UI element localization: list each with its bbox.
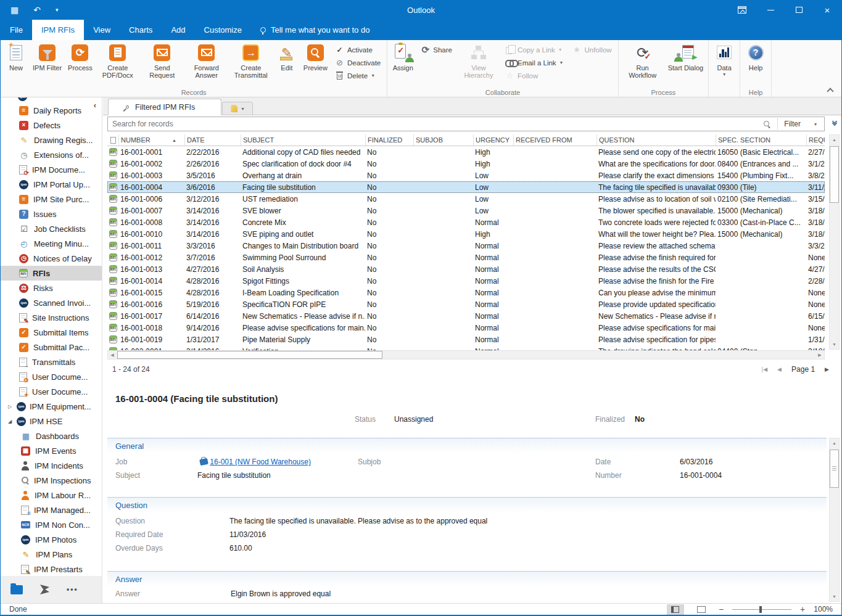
- scroll-right-icon[interactable]: ▶: [815, 351, 824, 359]
- table-row[interactable]: RFI16-001-00165/19/2016SpecificaTION FOR…: [107, 298, 825, 310]
- column-header-spec-section[interactable]: SPEC. SECTION: [716, 134, 806, 146]
- column-header-urgency[interactable]: URGENCY: [473, 134, 513, 146]
- table-row[interactable]: RFI16-001-00033/5/2016Overhang at drainN…: [107, 170, 825, 181]
- ribbon-tab-charts[interactable]: Charts: [120, 20, 162, 40]
- ribbon-tab-add[interactable]: Add: [162, 20, 194, 40]
- new-button[interactable]: ✦New: [2, 41, 30, 85]
- search-icon[interactable]: [763, 120, 771, 128]
- sidebar-item-ipm-incidents[interactable]: IPM Incidents: [1, 458, 102, 473]
- help-button[interactable]: ?Help: [742, 41, 769, 85]
- detail-vertical-scrollbar[interactable]: ▲ ▼: [829, 438, 840, 602]
- sidebar-item-ipm-hse[interactable]: ◢ipmIPM HSE: [1, 414, 102, 429]
- sidebar-item-job-checklists[interactable]: ☑Job Checklists: [1, 221, 102, 236]
- assign-button[interactable]: Assign: [389, 41, 416, 85]
- column-header-finalized[interactable]: FINALIZED: [365, 134, 413, 146]
- process-button[interactable]: ⟳Process: [65, 41, 96, 85]
- more-apps-icon[interactable]: •••: [67, 585, 78, 594]
- zoom-slider-thumb[interactable]: [759, 606, 762, 613]
- detail-scroll-down-icon[interactable]: ▼: [830, 592, 839, 601]
- sidebar-item-ipm-inspections[interactable]: IPM Inspections: [1, 473, 102, 488]
- run-workflow-button[interactable]: ⟳✓Run Workflow: [621, 41, 665, 85]
- sidebar-item-scanned-invoi[interactable]: ipmScanned Invoi...: [1, 295, 102, 310]
- copy-a-link-button[interactable]: Copy a Link▼: [503, 43, 566, 56]
- reading-view-button[interactable]: [693, 604, 710, 615]
- sidebar-item-ipm-events[interactable]: ▦IPM Events: [1, 443, 102, 458]
- dynamics-icon[interactable]: [40, 585, 49, 594]
- sidebar-item-ipm-site-purc[interactable]: ≡IPM Site Purc...: [1, 192, 102, 207]
- sidebar-item-meeting-minu[interactable]: ◴Meeting Minu...: [1, 236, 102, 251]
- sidebar-item-user-docume[interactable]: ⚙User Docume...: [1, 369, 102, 384]
- sidebar-item-transmittals[interactable]: →Transmittals: [1, 355, 102, 369]
- table-vertical-scrollbar[interactable]: ▲ ▼: [829, 134, 840, 350]
- sidebar-item-risks[interactable]: ⚖Risks: [1, 281, 102, 295]
- table-row[interactable]: RFI16-001-00012/22/2016Additional copy o…: [107, 146, 825, 158]
- scroll-up-icon[interactable]: ▲: [830, 135, 839, 144]
- start-dialog-button[interactable]: ▶Start Dialog: [665, 41, 706, 85]
- search-input[interactable]: [108, 120, 763, 128]
- expanded-arrow-icon[interactable]: ◢: [7, 419, 13, 424]
- maximize-button[interactable]: [785, 0, 813, 20]
- detail-scroll-up-icon[interactable]: ▲: [830, 438, 839, 448]
- ribbon-tab-view[interactable]: View: [84, 20, 120, 40]
- column-header-question[interactable]: QUESTION: [596, 134, 716, 146]
- sidebar-item-site-instructions[interactable]: ✎Site Instructions: [1, 310, 102, 325]
- table-row[interactable]: RFI16-001-00134/27/2016Soil AnalysisNoNo…: [107, 263, 825, 275]
- tell-me-box[interactable]: Tell me what you want to do: [251, 20, 379, 40]
- table-row[interactable]: RFI16-001-00176/14/2016New Schematics - …: [107, 310, 825, 322]
- sidebar-item-defects[interactable]: ×Defects: [1, 118, 102, 133]
- ribbon-display-options-button[interactable]: [728, 0, 756, 20]
- table-row[interactable]: RFI16-001-00123/7/2016Swimming Pool Surr…: [107, 252, 825, 263]
- deactivate-button[interactable]: ⊘Deactivate: [332, 56, 383, 69]
- column-header-date[interactable]: DATE: [184, 134, 241, 146]
- sidebar-item-notices-of-delay[interactable]: ◷Notices of Delay: [1, 251, 102, 266]
- forward-answer-button[interactable]: Forward Answer: [184, 41, 229, 85]
- sidebar-item-daily-reports[interactable]: ≡Daily Reports: [1, 103, 102, 118]
- normal-view-button[interactable]: [667, 604, 684, 615]
- scroll-left-icon[interactable]: ◀: [108, 351, 117, 359]
- sidebar-item-ipm-photos[interactable]: ipmIPM Photos: [1, 532, 102, 547]
- sidebar-item-ipm-equipment[interactable]: ▷ipmIPM Equipment...: [1, 399, 102, 414]
- table-row[interactable]: RFI16-001-00043/6/2016Facing tile substi…: [107, 181, 825, 193]
- sidebar-item-rfis[interactable]: RFIRFIs: [1, 266, 102, 281]
- table-row[interactable]: RFI16-001-00144/28/2016Spigot FittingsNo…: [107, 275, 825, 287]
- email-a-link-button[interactable]: Email a Link▼: [503, 56, 566, 69]
- collapse-sidebar-icon[interactable]: ‹: [94, 101, 96, 110]
- sidebar-item-submittal-pac[interactable]: ✓Submittal Pac...: [1, 340, 102, 355]
- edit-button[interactable]: ✎Edit: [273, 41, 300, 85]
- minimize-button[interactable]: [756, 0, 785, 20]
- column-header-require[interactable]: REQUIRE: [806, 134, 825, 146]
- sidebar-item-ipm-docume[interactable]: ⟳IPM Docume...: [1, 162, 102, 177]
- view-hierarchy-button[interactable]: View Hierarchy: [456, 41, 501, 85]
- table-row[interactable]: RFI16-001-00083/14/2016Concrete MixNoNor…: [107, 216, 825, 228]
- ribbon-tab-ipm-rfis[interactable]: IPM RFIs: [32, 20, 84, 40]
- close-button[interactable]: ×: [813, 0, 841, 20]
- sidebar-item-ipm-plans[interactable]: ✎IPM Plans: [1, 547, 102, 562]
- undo-icon[interactable]: ↶: [33, 6, 41, 14]
- new-view-tab-button[interactable]: ▾: [222, 102, 253, 115]
- horizontal-scrollbar[interactable]: ◀ ▶: [107, 350, 825, 359]
- table-row[interactable]: RFI16-001-00154/28/2016I-Beam Loading Sp…: [107, 287, 825, 298]
- sidebar-item-ipm-managed[interactable]: ≡IPM Managed...: [1, 503, 102, 517]
- sidebar-item-extensions-of[interactable]: ◷Extensions of...: [1, 147, 102, 162]
- job-link[interactable]: 16-001 (NW Food Warehouse): [210, 458, 311, 466]
- sidebar-item-user-docume[interactable]: ✦User Docume...: [1, 384, 102, 399]
- mail-folder-icon[interactable]: [10, 585, 23, 594]
- ribbon-tab-file[interactable]: File: [1, 20, 32, 40]
- share-button[interactable]: ⟳Share: [418, 43, 455, 56]
- create-pdf-docx-button[interactable]: Create PDF/Docx: [96, 41, 140, 85]
- collapsed-arrow-icon[interactable]: ▷: [7, 404, 13, 409]
- sidebar-item-ipm-labour-r[interactable]: IPM Labour R...: [1, 488, 102, 503]
- sidebar-item-ipm-portal-up[interactable]: ipmIPM Portal Up...: [1, 177, 102, 192]
- delete-button[interactable]: Delete▼: [332, 69, 383, 82]
- unfollow-button[interactable]: ★Unfollow: [570, 43, 614, 56]
- filter-dropdown[interactable]: Filter ▾: [784, 120, 824, 128]
- horizontal-scroll-thumb[interactable]: [117, 351, 382, 359]
- create-transmittal-button[interactable]: →Create Transmittal: [229, 41, 273, 85]
- ipm-filter-button[interactable]: IPM Filter: [30, 41, 65, 85]
- ribbon-tab-customize[interactable]: Customize: [195, 20, 251, 40]
- table-row[interactable]: RFI16-001-00063/12/2016UST remediationNo…: [107, 193, 825, 205]
- data-button[interactable]: Data▼: [711, 41, 738, 85]
- table-row[interactable]: RFI16-001-00073/14/2016SVE blowerNoLowTh…: [107, 205, 825, 216]
- sidebar-item-issues[interactable]: ?Issues: [1, 207, 102, 221]
- scroll-down-icon[interactable]: ▼: [830, 340, 839, 349]
